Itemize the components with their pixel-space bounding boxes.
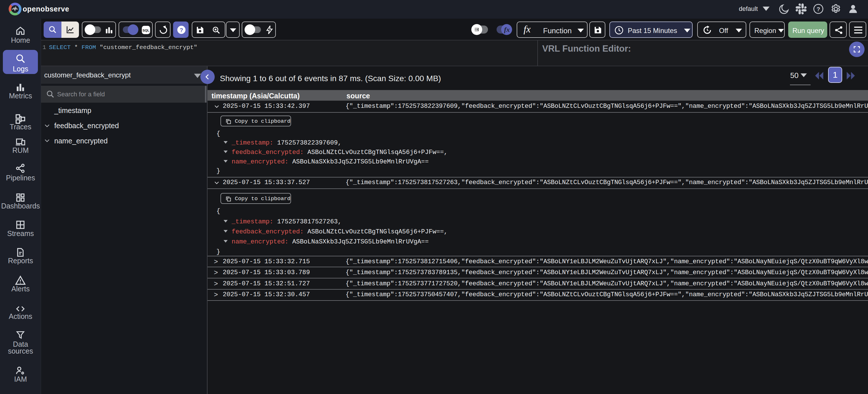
svg-text:SQL: SQL (143, 28, 150, 32)
svg-text:?: ? (180, 27, 183, 33)
svg-text:?: ? (817, 6, 820, 12)
